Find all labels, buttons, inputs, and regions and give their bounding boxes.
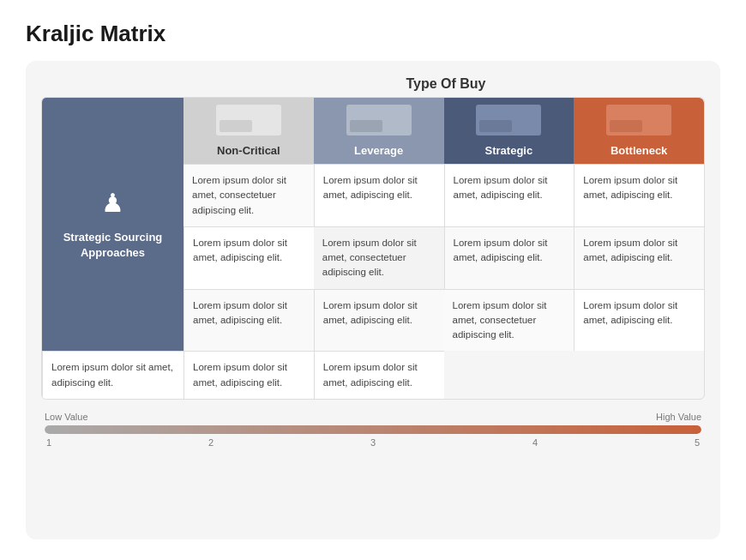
col-label-non-critical: Non-Critical bbox=[217, 144, 280, 157]
row2-col4: Lorem ipsum dolor sit amet, adipiscing e… bbox=[314, 289, 444, 352]
row-header-cell: ♟ Strategic Sourcing Approaches bbox=[42, 98, 183, 351]
low-value-label: Low Value bbox=[45, 412, 88, 422]
gradient-bar bbox=[45, 425, 701, 434]
row3-col1: Lorem ipsum dolor sit amet, adipiscing e… bbox=[574, 289, 704, 352]
row3-col0: Lorem ipsum dolor sit amet, consectetuer… bbox=[444, 289, 575, 352]
matrix-grid: ♟ Strategic Sourcing Approaches Non-Crit… bbox=[41, 97, 705, 400]
col-label-strategic: Strategic bbox=[485, 144, 533, 157]
tick-3: 3 bbox=[370, 437, 376, 448]
gradient-section: Low Value High Value 1 2 3 4 5 bbox=[41, 412, 705, 448]
col-label-bottleneck: Bottleneck bbox=[611, 144, 667, 157]
thumb-strategic bbox=[476, 105, 541, 135]
row1-col1: Lorem ipsum dolor sit amet, adipiscing e… bbox=[314, 164, 444, 226]
gradient-ticks: 1 2 3 4 5 bbox=[45, 437, 701, 448]
thumb-bottleneck bbox=[606, 105, 671, 135]
row1-col2: Lorem ipsum dolor sit amet, adipiscing e… bbox=[444, 164, 575, 226]
row1-col3: Lorem ipsum dolor sit amet, adipiscing e… bbox=[574, 164, 704, 226]
thumb-leverage bbox=[346, 105, 412, 135]
row2-col1: Lorem ipsum dolor sit amet, adipiscing e… bbox=[444, 226, 575, 289]
gradient-bar-wrapper bbox=[45, 425, 701, 434]
col-header-bottleneck: Bottleneck bbox=[574, 98, 704, 164]
row3-col2: Lorem ipsum dolor sit amet, adipiscing e… bbox=[42, 351, 183, 399]
row1-col4: Lorem ipsum dolor sit amet, adipiscing e… bbox=[183, 226, 314, 289]
row2-col2: Lorem ipsum dolor sit amet, adipiscing e… bbox=[574, 226, 704, 289]
col-header-non-critical: Non-Critical bbox=[183, 98, 314, 164]
row2-col0: Lorem ipsum dolor sit amet, consectetuer… bbox=[314, 226, 444, 289]
matrix-card: Type Of Buy ♟ Strategic Sourcing Approac… bbox=[26, 61, 720, 539]
chess-icon: ♟ bbox=[101, 188, 124, 218]
high-value-label: High Value bbox=[656, 412, 701, 422]
tick-4: 4 bbox=[532, 437, 538, 448]
gradient-labels: Low Value High Value bbox=[45, 412, 701, 422]
thumb-non-critical bbox=[216, 105, 281, 135]
page-title: Kraljic Matrix bbox=[26, 21, 720, 47]
row2-col3: Lorem ipsum dolor sit amet, adipiscing e… bbox=[183, 289, 314, 352]
row-header-text: Strategic Sourcing Approaches bbox=[63, 230, 163, 261]
row3-col3: Lorem ipsum dolor sit amet, adipiscing e… bbox=[183, 351, 314, 399]
col-header-strategic: Strategic bbox=[444, 98, 575, 164]
tick-1: 1 bbox=[46, 437, 51, 448]
row1-col0: Lorem ipsum dolor sit amet, consectetuer… bbox=[183, 164, 314, 226]
col-header-leverage: Leverage bbox=[314, 98, 444, 164]
row3-col4: Lorem ipsum dolor sit amet, adipiscing e… bbox=[314, 351, 444, 399]
type-of-buy-header: Type Of Buy bbox=[187, 76, 705, 92]
tick-5: 5 bbox=[695, 437, 700, 448]
col-label-leverage: Leverage bbox=[354, 144, 403, 157]
tick-2: 2 bbox=[208, 437, 214, 448]
